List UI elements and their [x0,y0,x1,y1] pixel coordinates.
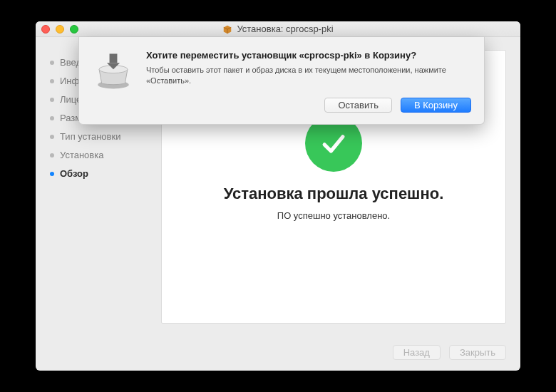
move-to-trash-button[interactable]: В Корзину [401,98,471,113]
sidebar-item-label: Тип установки [60,131,120,142]
disk-download-icon [92,50,135,93]
bullet-icon [50,153,54,158]
bullet-icon [50,98,54,102]
bullet-icon [50,61,54,65]
bullet-icon [50,135,54,139]
keep-button[interactable]: Оставить [324,98,392,113]
success-heading: Установка прошла успешно. [224,185,444,203]
success-message: ПО успешно установлено. [277,210,390,221]
minimize-window-button[interactable] [56,25,64,33]
close-window-button[interactable] [41,25,50,33]
dialog-message: Чтобы оставить этот пакет и образ диска … [146,65,471,86]
sidebar-item-label: Установка [60,150,103,160]
bullet-icon [50,172,54,176]
titlebar: Установка: cprocsp-pki [36,21,520,37]
dialog-title: Хотите переместить установщик «cprocsp-p… [146,50,471,61]
sidebar-item-summary: Обзор [50,168,150,179]
zoom-window-button[interactable] [70,25,78,33]
installer-window: Установка: cprocsp-pki Введение Информац… [36,21,520,371]
footer: Назад Закрыть [36,334,520,371]
sidebar-item-install-type: Тип установки [50,131,150,142]
sidebar-item-label: Обзор [60,168,88,179]
dialog-actions: Оставить В Корзину [146,98,471,113]
back-button: Назад [393,345,441,360]
window-controls [41,25,78,33]
bullet-icon [50,116,54,120]
bullet-icon [50,79,54,83]
package-icon [222,24,232,34]
svg-rect-2 [110,53,118,63]
window-title: Установка: cprocsp-pki [237,24,333,34]
sidebar-item-installation: Установка [50,150,150,160]
move-to-trash-dialog: Хотите переместить установщик «cprocsp-p… [78,37,485,125]
close-button: Закрыть [449,345,506,360]
